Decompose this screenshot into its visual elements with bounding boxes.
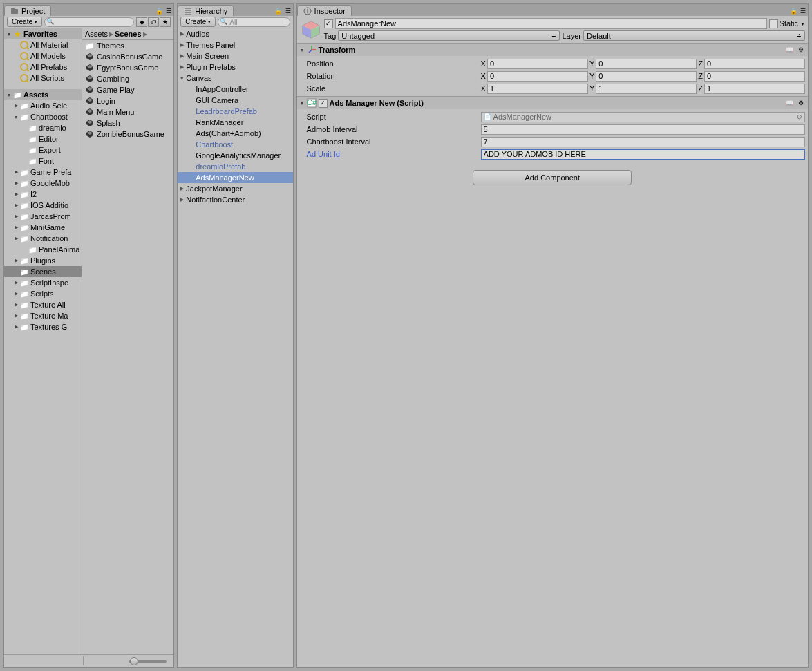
breadcrumb-item[interactable]: Scenes xyxy=(115,30,142,38)
layer-dropdown[interactable]: Default xyxy=(583,30,805,41)
lock-icon[interactable]: 🔒 xyxy=(154,6,164,16)
tree-arrow-icon[interactable] xyxy=(12,291,19,296)
content-item[interactable]: Login xyxy=(82,95,173,106)
tree-arrow-icon[interactable] xyxy=(12,302,19,308)
position-y-input[interactable] xyxy=(596,59,697,69)
asset-folder-item[interactable]: Export xyxy=(4,144,82,155)
object-name-input[interactable] xyxy=(335,18,767,29)
filter-by-label-icon[interactable]: 🏷 xyxy=(148,17,159,27)
hierarchy-tab[interactable]: Hierarchy xyxy=(178,5,234,16)
content-item[interactable]: CasinoBonusGame xyxy=(82,51,173,62)
favorite-item[interactable]: All Material xyxy=(4,39,82,50)
asset-folder-item[interactable]: Notification xyxy=(4,233,82,244)
foldout-arrow-icon[interactable]: ▼ xyxy=(300,48,305,53)
tree-arrow-icon[interactable] xyxy=(12,280,19,285)
gear-icon[interactable]: ⚙ xyxy=(796,46,805,55)
content-item[interactable]: EgyptBonusGame xyxy=(82,62,173,73)
active-checkbox[interactable] xyxy=(324,19,333,28)
favorite-item[interactable]: All Models xyxy=(4,50,82,62)
hierarchy-arrow-icon[interactable] xyxy=(178,197,186,202)
thumbnail-size-slider[interactable] xyxy=(129,660,167,663)
tree-arrow-icon[interactable] xyxy=(12,191,19,197)
favorite-item[interactable]: All Prefabs xyxy=(4,62,82,73)
hierarchy-item[interactable]: Main Screen xyxy=(178,50,292,62)
hierarchy-arrow-icon[interactable] xyxy=(178,42,186,48)
position-x-input[interactable] xyxy=(487,59,588,69)
hierarchy-item[interactable]: dreamloPrefab xyxy=(178,161,292,172)
hierarchy-arrow-icon[interactable] xyxy=(178,186,186,191)
panel-menu-icon[interactable]: ☰ xyxy=(283,6,293,16)
tree-arrow-icon[interactable] xyxy=(12,169,19,175)
create-button[interactable]: Create xyxy=(180,17,216,27)
static-checkbox[interactable] xyxy=(769,19,778,28)
hierarchy-item[interactable]: JackpotManager xyxy=(178,183,292,194)
tree-arrow-icon[interactable] xyxy=(12,103,19,108)
hierarchy-item[interactable]: NotifactionCenter xyxy=(178,194,292,205)
asset-folder-item[interactable]: PanelAnima xyxy=(4,244,82,255)
asset-folder-item[interactable]: Texture Ma xyxy=(4,310,82,321)
panel-menu-icon[interactable]: ☰ xyxy=(164,6,173,16)
favorite-item[interactable]: All Scripts xyxy=(4,73,82,84)
asset-folder-item[interactable]: I2 xyxy=(4,189,82,200)
help-icon[interactable]: 📖 xyxy=(785,46,794,55)
asset-folder-item[interactable]: Scenes xyxy=(4,266,82,277)
script-component-header[interactable]: ▼ C# Ads Manager New (Script) 📖 ⚙ xyxy=(297,97,808,109)
create-button[interactable]: Create xyxy=(7,17,42,27)
asset-folder-item[interactable]: Font xyxy=(4,155,82,167)
hierarchy-item[interactable]: GUI Camera xyxy=(178,95,292,106)
asset-folder-item[interactable]: dreamlo xyxy=(4,122,82,133)
foldout-arrow-icon[interactable]: ▼ xyxy=(300,101,305,106)
asset-folder-item[interactable]: Game Prefa xyxy=(4,167,82,178)
asset-folder-item[interactable]: Texture All xyxy=(4,299,82,310)
property-input[interactable] xyxy=(481,124,805,135)
hierarchy-item[interactable]: Canvas xyxy=(178,73,292,84)
content-item[interactable]: Themes xyxy=(82,40,173,51)
content-item[interactable]: Main Menu xyxy=(82,106,173,117)
tree-arrow-icon[interactable] xyxy=(12,313,19,319)
assets-header[interactable]: Assets xyxy=(4,89,82,100)
asset-folder-item[interactable]: GoogleMob xyxy=(4,178,82,189)
tree-arrow-icon[interactable] xyxy=(12,225,19,230)
hierarchy-arrow-icon[interactable] xyxy=(178,53,186,59)
hierarchy-item[interactable]: LeadrboardPrefab xyxy=(178,106,292,117)
tree-arrow-icon[interactable] xyxy=(12,214,19,219)
property-input[interactable] xyxy=(481,149,805,160)
static-dropdown-icon[interactable]: ▼ xyxy=(800,21,805,26)
asset-folder-item[interactable]: Chartboost xyxy=(4,111,82,122)
hierarchy-item[interactable]: Ads(Chart+Admob) xyxy=(178,128,292,139)
hierarchy-arrow-icon[interactable] xyxy=(178,76,186,81)
property-input[interactable] xyxy=(481,137,805,147)
asset-folder-item[interactable]: JarcasProm xyxy=(4,211,82,222)
help-icon[interactable]: 📖 xyxy=(785,99,794,108)
rotation-x-input[interactable] xyxy=(487,71,588,82)
script-object-field[interactable]: 📄 AdsManagerNew xyxy=(481,112,805,122)
scale-z-input[interactable] xyxy=(704,84,805,94)
gear-icon[interactable]: ⚙ xyxy=(796,99,805,108)
asset-folder-item[interactable]: ScriptInspe xyxy=(4,277,82,288)
save-search-icon[interactable]: ★ xyxy=(160,17,171,27)
content-item[interactable]: Gambling xyxy=(82,73,173,84)
hierarchy-arrow-icon[interactable] xyxy=(178,64,186,70)
rotation-z-input[interactable] xyxy=(704,71,805,82)
asset-folder-item[interactable]: IOS Additio xyxy=(4,200,82,211)
hierarchy-item[interactable]: Plugin Prefabs xyxy=(178,62,292,73)
scale-x-input[interactable] xyxy=(487,84,588,94)
hierarchy-item[interactable]: RankManager xyxy=(178,117,292,128)
asset-folder-item[interactable]: Textures G xyxy=(4,321,82,332)
component-enabled-checkbox[interactable] xyxy=(319,99,328,108)
asset-folder-item[interactable]: Scripts xyxy=(4,288,82,299)
rotation-y-input[interactable] xyxy=(596,71,697,82)
asset-folder-item[interactable]: Audio Sele xyxy=(4,100,82,111)
hierarchy-arrow-icon[interactable] xyxy=(178,31,186,37)
content-item[interactable]: ZombieBonusGame xyxy=(82,129,173,140)
hierarchy-item[interactable]: InAppController xyxy=(178,84,292,95)
lock-icon[interactable]: 🔒 xyxy=(274,6,283,16)
tree-arrow-icon[interactable] xyxy=(12,115,19,120)
tree-arrow-icon[interactable] xyxy=(12,180,19,186)
transform-header[interactable]: ▼ Transform 📖 ⚙ xyxy=(297,44,808,56)
hierarchy-item[interactable]: Audios xyxy=(178,28,292,39)
tree-arrow-icon[interactable] xyxy=(12,236,19,241)
breadcrumb-item[interactable]: Assets xyxy=(85,30,108,38)
tag-dropdown[interactable]: Untagged xyxy=(338,30,560,41)
position-z-input[interactable] xyxy=(704,59,805,69)
